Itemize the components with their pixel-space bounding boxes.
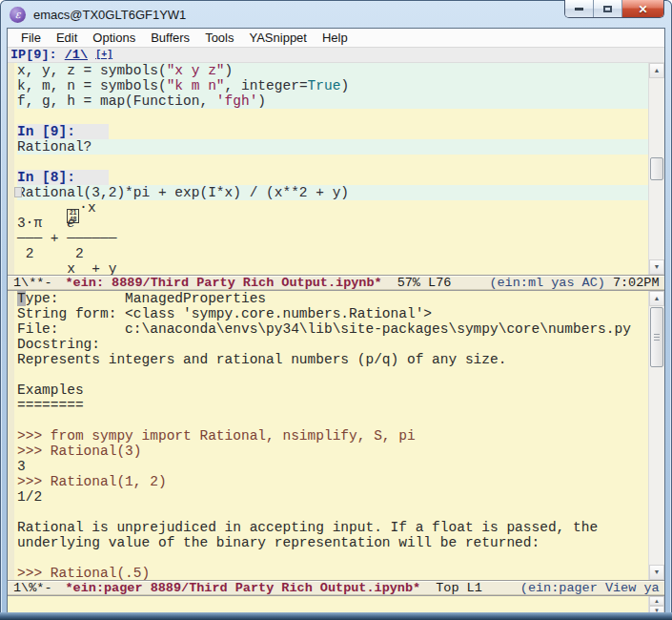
pager-line: >>> Rational(.5) xyxy=(17,566,648,580)
close-icon: ✕ xyxy=(638,3,647,16)
input-line: x, y, z = symbols("x y z") xyxy=(17,63,648,78)
code-segment-str: "x y z" xyxy=(167,63,225,78)
menu-options[interactable]: Options xyxy=(85,31,143,45)
pager-line: File: c:\anaconda\envs\py34\lib\site-pac… xyxy=(17,321,648,337)
minibuffer[interactable] xyxy=(8,596,648,612)
menu-help[interactable]: Help xyxy=(315,31,356,45)
notebook-header-line: IP[9]: /1\ [+] xyxy=(8,48,664,63)
modeline-modes: (ein:pager View ya xyxy=(520,581,660,595)
pager-line: >>> Rational(3) xyxy=(17,444,648,459)
code-segment-str: 'fgh' xyxy=(216,93,258,109)
pager-scrollbar-thumb[interactable] xyxy=(650,307,663,367)
pager-line: Represents integers and rational numbers… xyxy=(17,352,648,367)
ipython-prompt-indicator: IP[9]: xyxy=(10,48,65,62)
output-math-line: 2 2 xyxy=(17,246,648,261)
modeline-modes: (ein:ml yas AC) xyxy=(489,276,605,290)
maximize-icon xyxy=(603,6,612,12)
scroll-up-icon[interactable]: ▲ xyxy=(649,291,664,306)
pager-line xyxy=(17,550,648,566)
pager-line: 3 xyxy=(17,459,648,474)
notebook-text[interactable]: x, y, z = symbols("x y z")k, m, n = symb… xyxy=(14,63,648,275)
pager-line: >>> from sympy import Rational, nsimplif… xyxy=(17,428,648,444)
code-segment-code: x + y xyxy=(17,261,116,275)
menu-tools[interactable]: Tools xyxy=(197,31,241,45)
left-fringe xyxy=(8,63,14,275)
pager-line: 1/2 xyxy=(17,489,648,505)
cell-prompt: In [8]: xyxy=(17,170,648,185)
close-button[interactable]: ✕ xyxy=(622,0,663,18)
pager-line xyxy=(17,505,648,520)
left-fringe xyxy=(8,291,14,580)
notebook-window: x, y, z = symbols("x y z")k, m, n = symb… xyxy=(8,63,664,275)
notebook-scrollbar[interactable]: ▲ ▼ xyxy=(648,63,664,275)
pager-line: String form: <class 'sympy.core.numbers.… xyxy=(17,306,648,321)
blank-line xyxy=(17,109,648,124)
code-segment-code: ) xyxy=(225,63,234,78)
notebook-mode-line[interactable]: 1\**-*ein: 8889/Third Party Rich Output.… xyxy=(8,275,664,291)
modeline-buffer-name: *ein: 8889/Third Party Rich Output.ipynb… xyxy=(66,276,382,290)
window-controls: ✕ xyxy=(564,0,664,18)
code-segment-code: x, y, z = symbols( xyxy=(17,63,167,78)
modeline-position: 57% L76 xyxy=(397,276,452,290)
modeline-buffer-name: *ein:pager 8889/Third Party Rich Output.… xyxy=(66,581,421,595)
insert-cell-link[interactable]: [+] xyxy=(95,50,112,60)
modeline-flags: 1\**- xyxy=(13,276,52,290)
menu-file[interactable]: File xyxy=(13,31,49,45)
input-line: f, g, h = map(Function, 'fgh') xyxy=(17,93,648,109)
minimize-button[interactable] xyxy=(565,0,594,18)
emacs-window-frame: ε emacs@TX0GLT6GF1YW1 ✕ FileEditOptionsB… xyxy=(0,0,672,620)
notebook-scroll-link[interactable]: /1\ xyxy=(65,48,88,62)
input-line: Rational? xyxy=(17,139,648,155)
modeline-flags: 1\%*- xyxy=(13,581,52,595)
in-prompt-label: In [9]: xyxy=(17,124,109,139)
code-segment-code: ─── + ────── xyxy=(17,231,116,246)
emacs-app-icon[interactable]: ε xyxy=(10,7,26,23)
pager-line: Docstring: xyxy=(17,337,648,352)
code-segment-code: f, g, h = map(Function, xyxy=(17,93,216,109)
output-math-line: 2148⋅x xyxy=(17,200,648,216)
pager-text[interactable]: Type: ManagedPropertiesString form: <cla… xyxy=(14,291,648,580)
code-segment-code: Rational? xyxy=(17,139,92,155)
pager-line: Rational is unprejudiced in accepting in… xyxy=(17,520,648,535)
code-segment-code: ⋅x xyxy=(79,200,95,216)
code-segment-code xyxy=(17,200,67,216)
scroll-down-icon[interactable]: ▼ xyxy=(649,259,664,275)
header-space xyxy=(88,48,95,62)
notebook-scrollbar-thumb[interactable] xyxy=(650,157,663,180)
code-segment-code: , integer= xyxy=(225,78,308,93)
minibuffer-scrollbar[interactable]: ▲ ▼ xyxy=(648,596,664,612)
window-title: emacs@TX0GLT6GF1YW1 xyxy=(33,8,186,22)
code-segment-code: 2 2 xyxy=(17,246,84,261)
scroll-down-icon[interactable]: ▼ xyxy=(649,565,664,580)
pager-line: Type: ManagedProperties xyxy=(17,291,648,306)
output-math-line: x + y xyxy=(17,261,648,275)
scroll-up-icon[interactable]: ▲ xyxy=(649,596,664,606)
pager-line: Examples xyxy=(17,382,648,398)
pager-line: >>> Rational(1, 2) xyxy=(17,474,648,489)
code-segment-code: ) xyxy=(340,78,349,93)
emacs-client-area: FileEditOptionsBuffersToolsYASnippetHelp… xyxy=(8,29,664,612)
pager-scrollbar[interactable]: ▲ ▼ xyxy=(648,291,664,580)
minimize-icon xyxy=(575,8,583,10)
title-bar[interactable]: ε emacs@TX0GLT6GF1YW1 ✕ xyxy=(0,0,672,29)
maximize-button[interactable] xyxy=(594,0,622,18)
pager-line xyxy=(17,367,648,382)
code-segment-code: Rational(3,2)*pi + exp(I*x) / (x**2 + y) xyxy=(17,185,349,200)
pager-line: underlying value of the binary represent… xyxy=(17,535,648,550)
code-segment-code: k, m, n = symbols( xyxy=(17,78,167,93)
cell-boundary-marker xyxy=(14,187,22,197)
window-bottom-border xyxy=(0,612,672,620)
minibuffer-line: ▲ ▼ xyxy=(8,596,664,612)
code-segment-const: True xyxy=(308,78,341,93)
output-math-line: 3⋅π ℯ xyxy=(17,216,648,231)
menu-yasnippet[interactable]: YASnippet xyxy=(241,31,314,45)
menu-edit[interactable]: Edit xyxy=(49,31,85,45)
menu-buffers[interactable]: Buffers xyxy=(143,31,197,45)
menu-bar: FileEditOptionsBuffersToolsYASnippetHelp xyxy=(8,29,664,48)
pager-window: Type: ManagedPropertiesString form: <cla… xyxy=(8,291,664,580)
in-prompt-label: In [8]: xyxy=(17,170,109,185)
code-segment-code: ) xyxy=(257,93,266,109)
scroll-up-icon[interactable]: ▲ xyxy=(649,63,664,78)
pager-mode-line[interactable]: 1\%*-*ein:pager 8889/Third Party Rich Ou… xyxy=(8,580,664,596)
blank-line xyxy=(17,155,648,170)
